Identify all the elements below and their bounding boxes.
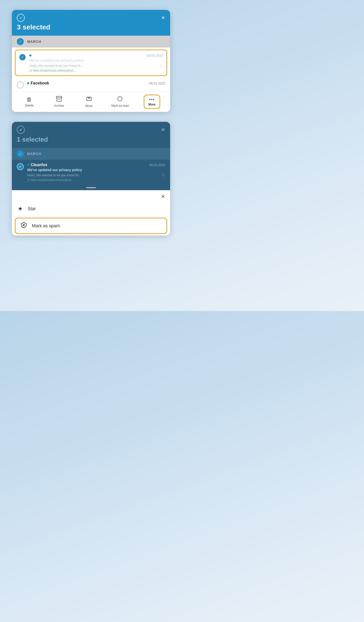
bottom-sheet-item-spam[interactable]: Mark as spam <box>15 218 167 234</box>
email-content-facebook: Facebook 08.01.2022 <box>27 81 165 86</box>
spam-bs-label: Mark as spam <box>32 223 60 229</box>
panel2-email-check[interactable]: ✓ <box>17 163 24 170</box>
more-icon: ••• <box>149 97 155 102</box>
drag-handle <box>86 187 96 188</box>
email-sender-cleanfox: Cleanfox <box>29 53 50 58</box>
panel1-toolbar: 🗑 Delete Archive Move <box>12 92 170 112</box>
panel2-email-folder: ⊡ New emails/maria.svitova@aol.... <box>27 178 165 182</box>
panel2-email-subject: We've updated our privacy policy <box>27 168 165 172</box>
bottom-sheet-header: ✕ <box>12 190 170 202</box>
toolbar-more[interactable]: ••• More <box>144 95 160 109</box>
toolbar-move[interactable]: Move <box>82 96 96 108</box>
panel2-folder-icon: ⊡ <box>27 178 30 182</box>
mark-read-icon <box>117 96 123 103</box>
panel2-close-button[interactable]: ✕ <box>161 127 165 132</box>
star-bs-label: Star <box>28 206 36 211</box>
toolbar-archive[interactable]: Archive <box>52 96 67 107</box>
archive-label: Archive <box>54 104 64 107</box>
panel2-title: 1 selected <box>17 136 165 143</box>
panel1-title: 3 selected <box>17 23 165 31</box>
panel2-month-check[interactable]: ✓ <box>17 150 24 157</box>
toolbar-delete[interactable]: 🗑 Delete <box>22 96 37 107</box>
panel1-header: ✓ ✕ 3 selected <box>12 10 170 36</box>
email-date-facebook: 08.01.2022 <box>149 81 165 85</box>
star-icon-cleanfox[interactable]: ☆ <box>159 63 163 68</box>
spam-bs-icon <box>21 222 27 230</box>
panel-1: ✓ ✕ 3 selected ✓ MARCH ✓ Cleanfox 09.03.… <box>12 10 170 112</box>
unread-dot-facebook <box>27 82 29 84</box>
archive-icon <box>56 96 62 103</box>
email-date-cleanfox: 09.03.2022 <box>147 54 163 57</box>
panel1-close-button[interactable]: ✕ <box>161 15 165 20</box>
panel2-month-bar: ✓ MARCH <box>12 148 170 160</box>
panel2-email-row[interactable]: ✓ Cleanfox 09.03.2022 We've updated our … <box>12 160 170 185</box>
delete-icon: 🗑 <box>26 96 32 103</box>
panel2-unread-dot <box>27 164 29 166</box>
panel1-check-icon[interactable]: ✓ <box>17 14 25 22</box>
folder-icon-cleanfox: ⊡ <box>29 69 32 72</box>
toolbar-mark-read[interactable]: Mark as read <box>111 96 129 107</box>
panel1-month-check[interactable]: ✓ <box>17 38 24 45</box>
panel2-check-icon[interactable]: ✓ <box>17 126 25 134</box>
email-content-cleanfox: Cleanfox 09.03.2022 We've updated our pr… <box>29 53 163 72</box>
panel2-email-preview: Hello, We wanted to let you know th... ☆ <box>27 172 165 178</box>
email-preview-cleanfox: Hello, We wanted to let you know th... ☆ <box>29 63 163 68</box>
star-bs-icon: ★ <box>18 206 23 212</box>
email-row-facebook[interactable]: Facebook 08.01.2022 <box>12 78 170 92</box>
svg-point-3 <box>118 97 122 101</box>
bottom-sheet-item-star[interactable]: ★ Star <box>12 202 170 216</box>
bottom-sheet: ✕ ★ Star Mark as spam <box>12 190 170 234</box>
unread-dot-cleanfox <box>29 54 31 56</box>
move-icon <box>86 96 92 103</box>
email-subject-cleanfox: We've updated our privacy policy <box>29 58 163 62</box>
move-label: Move <box>85 104 92 108</box>
mark-read-label: Mark as read <box>111 104 129 107</box>
panel2-month-label: MARCH <box>27 152 41 156</box>
panel2-email-area: ✓ Cleanfox 09.03.2022 We've updated our … <box>12 160 170 190</box>
panel2-email-sender: Cleanfox <box>27 163 47 167</box>
panel2-header: ✓ ✕ 1 selected <box>12 122 170 148</box>
panel2-email-date: 09.03.2022 <box>149 163 165 167</box>
bottom-sheet-close-button[interactable]: ✕ <box>161 194 165 200</box>
email-sender-facebook: Facebook <box>27 81 49 85</box>
panel2-star-icon[interactable]: ☆ <box>161 172 165 178</box>
panel1-month-bar: ✓ MARCH <box>12 36 170 48</box>
email-check-cleanfox[interactable]: ✓ <box>19 54 26 61</box>
email-folder-cleanfox: ⊡ New emails/maria.svitova@aol.... <box>29 69 163 72</box>
more-label: More <box>148 103 156 106</box>
email-row-cleanfox[interactable]: ✓ Cleanfox 09.03.2022 We've updated our … <box>15 50 167 76</box>
delete-label: Delete <box>25 104 34 107</box>
email-check-facebook[interactable] <box>17 81 24 88</box>
panel1-month-label: MARCH <box>27 40 41 44</box>
panel2-email-content: Cleanfox 09.03.2022 We've updated our pr… <box>27 163 165 182</box>
panel-2: ✓ ✕ 1 selected ✓ MARCH ✓ Cleanfox 09.03.… <box>12 122 170 235</box>
